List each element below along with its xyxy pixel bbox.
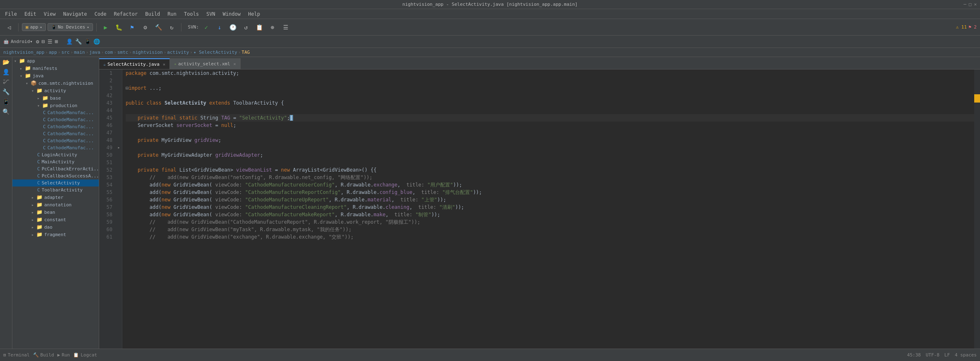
bottom-terminal[interactable]: ⊞Terminal	[3, 352, 30, 358]
settings-icon[interactable]: ☰	[48, 38, 52, 45]
menu-edit[interactable]: Edit	[21, 10, 40, 18]
breadcrumb-nightvision-app[interactable]: nightvision_app	[3, 50, 44, 55]
sidebar-item-activity-folder[interactable]: ▾ 📁 activity	[12, 87, 99, 94]
breadcrumb-activity[interactable]: activity	[167, 50, 189, 55]
breadcrumb: nightvision_app › app › src › main › jav…	[0, 48, 980, 57]
menu-navigate[interactable]: Navigate	[60, 10, 91, 18]
globe-icon[interactable]: 🌐	[93, 38, 100, 45]
minimize-btn[interactable]: ─	[963, 2, 966, 7]
sidebar-item-fragment[interactable]: ▸ 📁 fragment	[12, 231, 99, 238]
menu-code[interactable]: Code	[91, 10, 110, 18]
sidebar-item-app[interactable]: ▾ 📁 app	[12, 57, 99, 65]
breadcrumb-com[interactable]: com	[105, 50, 113, 55]
sidebar-item-cathode3[interactable]: C CathodeManufac...	[12, 123, 99, 130]
device-icon[interactable]: 📱	[84, 38, 91, 45]
code-line-55: add(new GridViewBean( viewCode: "Cathode…	[126, 189, 974, 196]
bottom-build[interactable]: 🔨Build	[33, 352, 54, 358]
bottom-run[interactable]: ▶Run	[57, 352, 70, 358]
structure-icon[interactable]: 📂	[2, 59, 10, 65]
sidebar-item-selectactivity[interactable]: C SelectActivity	[12, 179, 99, 186]
code-line-61: // add(new GridViewBean("exchange", R.dr…	[126, 233, 974, 241]
menu-view[interactable]: View	[41, 10, 59, 18]
build-icon[interactable]: 🔧	[75, 38, 82, 45]
code-editor[interactable]: package com.smtc.nightvision.activity; ⊟…	[122, 69, 974, 349]
error-count[interactable]: ⚑ 2	[968, 24, 977, 30]
left-icon-bar: 📂 👤 ⎇ 🔧 📱 🔍	[0, 57, 12, 349]
menu-svn[interactable]: SVN	[203, 10, 219, 18]
menu-file[interactable]: File	[2, 10, 20, 18]
second-toolbar: 🤖 Android▾ ⚙ ⊟ ☰ ⊞ 👤 🔧 📱 🌐	[0, 36, 980, 48]
favorites-icon[interactable]: 👤	[2, 69, 10, 75]
search-side-icon[interactable]: 🔍	[2, 108, 10, 115]
svn-settings[interactable]: ☰	[280, 22, 291, 33]
sidebar-item-cathode6[interactable]: C CathodeManufac...	[12, 144, 99, 151]
svn-update[interactable]: ↓	[214, 22, 225, 33]
sidebar-item-pccallbacksuccess[interactable]: C PcCallbackSuccessA...	[12, 172, 99, 179]
tab-xml-close[interactable]: ✕	[234, 62, 236, 66]
build-button[interactable]: 🔨	[153, 22, 165, 33]
svn-revert[interactable]: ↺	[240, 22, 252, 33]
menu-build[interactable]: Build	[142, 10, 163, 18]
menu-refactor[interactable]: Refactor	[110, 10, 141, 18]
sidebar-item-manifests[interactable]: ▸ 📁 manifests	[12, 65, 99, 72]
back-button[interactable]: ◁	[3, 22, 15, 33]
close-btn[interactable]: ✕	[974, 2, 977, 7]
sidebar-item-loginactivity[interactable]: C LoginActivity	[12, 151, 99, 158]
sync-button[interactable]: ↻	[166, 22, 178, 33]
breadcrumb-app[interactable]: app	[49, 50, 57, 55]
debug-button[interactable]: 🐛	[113, 22, 125, 33]
android-selector[interactable]: 🤖 Android▾	[3, 39, 33, 44]
breadcrumb-smtc[interactable]: smtc	[117, 50, 129, 55]
device-side-icon[interactable]: 📱	[2, 98, 10, 105]
tab-selectactivity-close[interactable]: ✕	[163, 62, 165, 67]
person-icon[interactable]: 👤	[66, 38, 73, 45]
warning-count[interactable]: ⚠ 11	[956, 24, 967, 30]
bottom-logcat[interactable]: 📋Logcat	[73, 352, 97, 358]
git-icon[interactable]: ⎇	[3, 79, 10, 85]
sidebar-item-package[interactable]: ▾ 📦 com.smtc.nightvision	[12, 79, 99, 87]
breadcrumb-selectactivity[interactable]: ✦ SelectActivity	[193, 50, 237, 55]
svn-check[interactable]: ✓	[200, 22, 212, 33]
sidebar-item-annotation[interactable]: ▸ 📁 annotation	[12, 201, 99, 208]
breadcrumb-java[interactable]: java	[89, 50, 100, 55]
sidebar-item-base[interactable]: ▸ 📁 base	[12, 94, 99, 102]
sidebar-item-java[interactable]: ▾ 📁 java	[12, 72, 99, 79]
breadcrumb-src[interactable]: src	[61, 50, 69, 55]
sidebar-item-toolbaractivity[interactable]: C ToolbarActivity	[12, 186, 99, 194]
menu-run[interactable]: Run	[164, 10, 180, 18]
sidebar-item-constant[interactable]: ▸ 📁 constant	[12, 216, 99, 223]
breadcrumb-main[interactable]: main	[74, 50, 85, 55]
sidebar-item-adapter[interactable]: ▸ 📁 adapter	[12, 194, 99, 201]
sidebar-item-cathode2[interactable]: C CathodeManufac...	[12, 116, 99, 123]
sidebar-item-mainactivity[interactable]: C MainActivity	[12, 158, 99, 165]
sidebar-item-cathode1[interactable]: C CathodeManufac...	[12, 109, 99, 116]
app-selector[interactable]: ▣ app ▾	[22, 23, 46, 31]
maximize-btn[interactable]: □	[969, 2, 972, 7]
warnings-area: ⚠ 11 ⚑ 2	[956, 24, 977, 30]
tab-selectactivity[interactable]: ☕ SelectActivity.java ✕	[99, 58, 170, 69]
svn-diff[interactable]: ⊕	[267, 22, 278, 33]
expand-icon[interactable]: ⊞	[55, 38, 58, 45]
build-side-icon[interactable]: 🔧	[2, 88, 10, 95]
sync-project-icon[interactable]: ⚙	[36, 38, 39, 45]
menu-help[interactable]: Help	[245, 10, 263, 18]
svn-commit[interactable]: 🕐	[227, 22, 238, 33]
breadcrumb-nightvision[interactable]: nightvision	[133, 50, 163, 55]
run-coverage[interactable]: ⚑	[126, 22, 138, 33]
menu-window[interactable]: Window	[219, 10, 244, 18]
sep1	[18, 23, 19, 31]
right-scroll-panel[interactable]	[974, 69, 980, 349]
collapse-all-icon[interactable]: ⊟	[42, 38, 45, 45]
sidebar-item-dao[interactable]: ▸ 📁 dao	[12, 223, 99, 231]
svn-log[interactable]: 📋	[253, 22, 265, 33]
sidebar-item-production[interactable]: ▾ 📁 production	[12, 102, 99, 109]
profile-button[interactable]: ⚙	[140, 22, 151, 33]
sidebar-item-cathode4[interactable]: C CathodeManufac...	[12, 130, 99, 137]
tab-activity-xml[interactable]: ✦ activity_select.xml ✕	[170, 58, 241, 69]
device-selector[interactable]: 📱 No Devices ▾	[48, 23, 93, 31]
menu-tools[interactable]: Tools	[181, 10, 202, 18]
sidebar-item-pccallbackerror[interactable]: C PcCallbackErrorActi...	[12, 165, 99, 172]
sidebar-item-bean[interactable]: ▸ 📁 bean	[12, 208, 99, 216]
sidebar-item-cathode5[interactable]: C CathodeManufac...	[12, 137, 99, 144]
run-button[interactable]: ▶	[100, 22, 112, 33]
